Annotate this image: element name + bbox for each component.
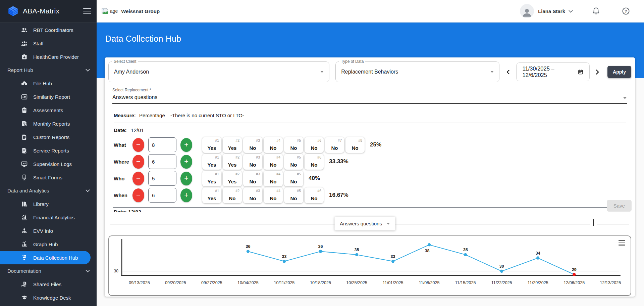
user-name: Liana Stark [538, 8, 565, 14]
response-chip[interactable]: #5No [284, 187, 303, 203]
sidebar-section-data-and-analytics[interactable]: Data and Analytics [0, 184, 97, 197]
response-chip[interactable]: #5No [284, 171, 303, 186]
response-chips: #1Yes#2Yes#3No#4No#5No [202, 171, 303, 186]
collapse-graph-button[interactable] [590, 219, 597, 225]
response-chip[interactable]: #4No [264, 137, 283, 153]
svg-text:10/25/2025: 10/25/2025 [346, 280, 367, 285]
response-chip[interactable]: #4No [264, 171, 283, 186]
count-input[interactable] [148, 137, 176, 152]
response-chip[interactable]: #3No [243, 171, 262, 186]
sidebar-item-label: Smart Forms [33, 175, 62, 180]
svg-text:33: 33 [391, 254, 395, 259]
svg-text:10/11/2025: 10/11/2025 [274, 280, 295, 285]
sidebar-item-knowledge-desk[interactable]: Knowledge Desk [0, 291, 97, 304]
select-client-dropdown[interactable]: Select Client Amy Anderson [108, 61, 329, 82]
row-percentage: 40% [309, 175, 320, 182]
collection-icon [21, 254, 28, 261]
chip-number: #5 [286, 172, 301, 176]
sidebar-item-staff[interactable]: Staff [0, 37, 97, 50]
response-chip[interactable]: #5No [284, 137, 303, 153]
response-chip[interactable]: #2No [223, 187, 242, 203]
sidebar-item-healthcare-provider[interactable]: HealthCare Provider [0, 50, 97, 63]
count-input[interactable] [148, 154, 176, 169]
sidebar-nav: RBT CoordinatorsStaffHealthCare Provider… [0, 23, 97, 306]
increment-button[interactable]: + [180, 138, 192, 152]
chip-number: #3 [246, 189, 260, 193]
chip-value: No [266, 196, 280, 202]
sidebar-item-monthly-reports[interactable]: Monthly Reports [0, 117, 97, 130]
response-chip[interactable]: #2Yes [223, 137, 242, 153]
response-chip[interactable]: #4No [264, 154, 283, 170]
response-chip[interactable]: #8No [345, 137, 365, 153]
save-button[interactable]: Save [607, 200, 632, 212]
response-chip[interactable]: #5No [284, 154, 303, 170]
response-chip[interactable]: #1Yes [202, 137, 221, 153]
sidebar-item-supervision-logs[interactable]: Supervision Logs [0, 157, 97, 171]
response-chip[interactable]: #6No [305, 154, 324, 170]
count-input[interactable] [148, 171, 176, 186]
image-alt-text: age [110, 8, 118, 14]
response-chip[interactable]: #4No [264, 187, 283, 203]
sidebar-item-library[interactable]: Library [0, 197, 97, 211]
sidebar-item-shared-files[interactable]: Shared Files [0, 277, 97, 291]
count-input[interactable] [148, 188, 176, 203]
graph-target-dropdown[interactable]: Answers questions [334, 217, 395, 230]
sidebar-item-service-reports[interactable]: Service Reports [0, 144, 97, 157]
user-menu[interactable]: Liana Stark [511, 0, 581, 22]
response-chip[interactable]: #3No [243, 137, 262, 153]
date-label: Date: [114, 127, 127, 133]
response-chip[interactable]: #1Yes [202, 154, 221, 170]
response-chip[interactable]: #3No [243, 187, 262, 203]
chip-value: No [286, 145, 301, 151]
sidebar-item-similarity-report[interactable]: Similarity Report [0, 90, 97, 103]
entry-rows: What−+#1Yes#2Yes#3No#4No#5No#6No#7No#8No… [114, 137, 630, 203]
sidebar-item-smart-forms[interactable]: Smart Forms [0, 171, 97, 184]
response-chip[interactable]: #6No [305, 137, 324, 153]
response-chip[interactable]: #1Yes [202, 187, 221, 203]
response-chip[interactable]: #3No [243, 154, 262, 170]
chip-number: #3 [246, 172, 260, 176]
increment-button[interactable]: + [180, 155, 192, 169]
response-chip[interactable]: #6No [305, 187, 324, 203]
date-range-field[interactable]: 11/30/2025 – 12/6/2025 [516, 62, 590, 81]
svg-text:11/15/2025: 11/15/2025 [455, 280, 476, 285]
decrement-button[interactable]: − [132, 172, 144, 185]
notifications-button[interactable] [581, 0, 611, 22]
sidebar-item-rbt-coordinators[interactable]: RBT Coordinators [0, 23, 97, 37]
sidebar-item-data-collection-hub[interactable]: Data Collection Hub [0, 251, 91, 264]
chart-context-menu-button[interactable] [619, 240, 625, 246]
measure-row: Measure: Percentage -There is no current… [114, 113, 626, 123]
sidebar-item-financial-analytics[interactable]: Financial Analytics [0, 211, 97, 224]
graph-icon [21, 241, 28, 248]
response-chip[interactable]: #1Yes [202, 171, 221, 186]
sidebar-item-file-hub[interactable]: File Hub [0, 77, 97, 90]
sidebar-toggle-hamburger-icon[interactable] [83, 8, 91, 14]
type-of-data-dropdown[interactable]: Type of Data Replacement Behaviors [335, 61, 499, 82]
help-button[interactable]: ? [611, 0, 641, 22]
entry-row-where: Where−+#1Yes#2Yes#3No#4No#5No#6No33.33% [114, 154, 630, 170]
sidebar-item-graph-hub[interactable]: Graph Hub [0, 237, 97, 251]
prev-week-button[interactable] [504, 66, 514, 78]
sidebar-item-assessments[interactable]: Assessments [0, 103, 97, 117]
next-week-button[interactable] [592, 66, 602, 78]
sidebar-section-documentation[interactable]: Documentation [0, 264, 97, 277]
chip-value: No [246, 196, 260, 202]
decrement-button[interactable]: − [132, 138, 144, 152]
increment-button[interactable]: + [180, 188, 192, 202]
sidebar-item-custom-reports[interactable]: Custom Reports [0, 130, 97, 144]
chip-value: Yes [205, 179, 219, 185]
broken-image-icon [101, 8, 109, 14]
select-replacement-dropdown[interactable]: Select Replacement * Answers questions [112, 88, 627, 104]
decrement-button[interactable]: − [132, 188, 144, 202]
sidebar-section-label: Documentation [7, 268, 41, 274]
response-chip[interactable]: #2Yes [223, 154, 242, 170]
sidebar-section-report-hub[interactable]: Report Hub [0, 63, 97, 77]
staff-icon [21, 40, 28, 47]
sidebar-item-label: Service Reports [33, 148, 69, 154]
apply-button[interactable]: Apply [607, 66, 631, 78]
sidebar-item-evv-info[interactable]: EVV Info [0, 224, 97, 237]
response-chip[interactable]: #7No [325, 137, 344, 153]
increment-button[interactable]: + [180, 172, 192, 185]
decrement-button[interactable]: − [132, 155, 144, 169]
response-chip[interactable]: #2Yes [223, 171, 242, 186]
